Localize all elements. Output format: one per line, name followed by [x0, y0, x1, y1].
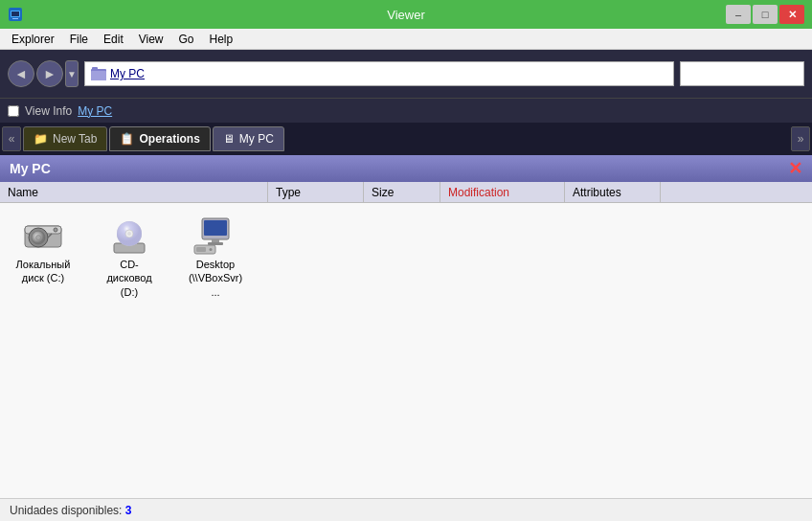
- new-tab-label: New Tab: [53, 132, 97, 146]
- list-item[interactable]: CD-дисковод(D:): [96, 213, 163, 303]
- tab-my-pc[interactable]: 🖥 My PC: [213, 126, 284, 151]
- toolbar-row2: View Info My PC: [0, 98, 812, 123]
- tab-prev-button[interactable]: «: [2, 126, 21, 151]
- tab-next-button[interactable]: »: [791, 126, 810, 151]
- col-header-attributes[interactable]: Attributes: [565, 182, 661, 202]
- svg-point-11: [36, 236, 41, 240]
- hdd-drive-icon: [20, 216, 66, 255]
- svg-rect-5: [91, 71, 106, 80]
- address-icon: [91, 66, 106, 81]
- address-input[interactable]: [110, 67, 667, 80]
- close-button[interactable]: ✕: [779, 5, 804, 24]
- maximize-button[interactable]: □: [753, 5, 778, 24]
- menu-help[interactable]: Help: [202, 31, 241, 48]
- tab-operations[interactable]: 📋 Operations: [109, 126, 210, 151]
- operations-label: Operations: [139, 132, 199, 146]
- network-drive-label: Desktop(\\VBoxSvr) ...: [186, 258, 245, 299]
- address-bar[interactable]: [84, 61, 674, 86]
- title-bar-left: [8, 7, 23, 22]
- list-item[interactable]: Desktop(\\VBoxSvr) ...: [182, 213, 249, 303]
- hdd-label: Локальныйдиск (C:): [16, 258, 71, 285]
- new-tab-icon: 📁: [34, 132, 48, 146]
- svg-point-19: [127, 232, 131, 236]
- col-header-name[interactable]: Name: [0, 182, 268, 202]
- list-item[interactable]: Локальныйдиск (C:): [10, 213, 77, 289]
- cd-drive-icon: [106, 216, 152, 255]
- col-header-size[interactable]: Size: [364, 182, 440, 202]
- minimize-button[interactable]: –: [726, 5, 751, 24]
- menu-bar: Explorer File Edit View Go Help: [0, 29, 812, 50]
- col-header-type[interactable]: Type: [268, 182, 364, 202]
- view-info-label[interactable]: View Info: [25, 104, 72, 118]
- panel-header: My PC ✕: [0, 155, 812, 182]
- my-pc-breadcrumb-link[interactable]: My PC: [78, 104, 112, 118]
- tab-new-tab[interactable]: 📁 New Tab: [23, 126, 107, 151]
- panel-close-button[interactable]: ✕: [788, 160, 802, 177]
- view-info-checkbox[interactable]: [8, 105, 19, 117]
- app-icon: [8, 7, 23, 22]
- col-header-modification[interactable]: Modification: [440, 182, 565, 202]
- network-drive-icon: [192, 216, 238, 255]
- menu-view[interactable]: View: [131, 31, 171, 48]
- panel-title: My PC: [10, 161, 51, 176]
- operations-icon: 📋: [120, 132, 134, 146]
- title-bar-controls: – □ ✕: [726, 5, 804, 24]
- window-title: Viewer: [387, 8, 425, 22]
- status-label: Unidades disponibles:: [10, 504, 122, 517]
- back-button[interactable]: ◄: [8, 60, 34, 87]
- svg-rect-6: [92, 67, 98, 71]
- svg-rect-3: [12, 18, 18, 19]
- title-bar: Viewer – □ ✕: [0, 0, 812, 29]
- file-content: Локальныйдиск (C:): [0, 203, 812, 498]
- menu-explorer[interactable]: Explorer: [4, 31, 62, 48]
- cd-label: CD-дисковод(D:): [100, 258, 159, 299]
- svg-rect-21: [204, 220, 227, 236]
- search-box[interactable]: [680, 61, 804, 86]
- svg-point-26: [210, 248, 213, 251]
- tab-bar: « 📁 New Tab 📋 Operations 🖥 My PC »: [0, 123, 812, 155]
- svg-rect-25: [196, 247, 206, 252]
- menu-edit[interactable]: Edit: [96, 31, 131, 48]
- svg-rect-2: [11, 11, 19, 16]
- toolbar: ◄ ► ▼: [0, 50, 812, 98]
- my-pc-tab-icon: 🖥: [223, 132, 235, 146]
- my-pc-tab-label: My PC: [239, 132, 274, 146]
- status-count: 3: [125, 504, 132, 517]
- column-headers: Name Type Size Modification Attributes: [0, 182, 812, 203]
- forward-button[interactable]: ►: [36, 60, 63, 87]
- menu-go[interactable]: Go: [171, 31, 202, 48]
- svg-point-13: [54, 228, 57, 232]
- nav-dropdown-button[interactable]: ▼: [65, 60, 79, 87]
- nav-buttons: ◄ ► ▼: [8, 60, 79, 87]
- menu-file[interactable]: File: [62, 31, 96, 48]
- status-bar: Unidades disponibles: 3: [0, 498, 812, 521]
